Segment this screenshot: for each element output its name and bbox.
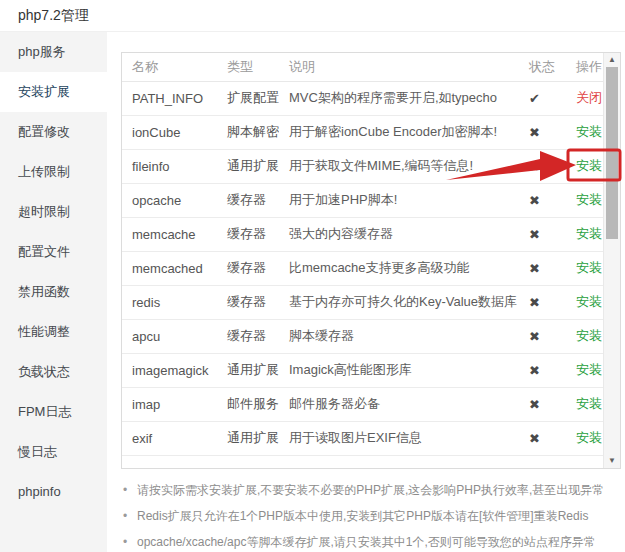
extension-action-cell: 安装 [566, 251, 603, 285]
install-extension-link[interactable]: 安装 [576, 430, 602, 445]
extension-desc-cell: 基于内存亦可持久化的Key-Value数据库 [279, 285, 519, 319]
extension-desc-cell: MVC架构的程序需要开启,如typecho [279, 81, 519, 115]
extension-desc-cell: 用于加速PHP脚本! [279, 183, 519, 217]
extension-action-cell: 安装 [566, 353, 603, 387]
extension-action-cell: 安装 [566, 115, 603, 149]
table-row: memcache缓存器强大的内容缓存器✖安装 [122, 217, 603, 251]
extension-desc-cell: 比memcache支持更多高级功能 [279, 251, 519, 285]
extension-desc-cell: Imagick高性能图形库 [279, 353, 519, 387]
cross-icon: ✖ [529, 227, 540, 242]
extension-name-cell: opcache [122, 183, 217, 217]
install-extension-link[interactable]: 安装 [576, 226, 602, 241]
note-item: •请按实际需求安装扩展,不要安装不必要的PHP扩展,这会影响PHP执行效率,甚至… [121, 477, 623, 503]
extension-action-cell: 安装 [566, 319, 603, 353]
notes-list: •请按实际需求安装扩展,不要安装不必要的PHP扩展,这会影响PHP执行效率,甚至… [121, 477, 623, 552]
extension-table-container: 名称 类型 说明 状态 操作 PATH_INFO扩展配置MVC架构的程序需要开启… [121, 52, 621, 469]
table-row: ionCube脚本解密用于解密ionCube Encoder加密脚本!✖安装 [122, 115, 603, 149]
table-row: memcached缓存器比memcache支持更多高级功能✖安装 [122, 251, 603, 285]
sidebar-item-install-extension[interactable]: 安装扩展 [0, 72, 107, 112]
scrollbar-thumb[interactable] [606, 67, 618, 239]
cross-icon: ✖ [529, 329, 540, 344]
extension-desc-cell: 强大的内容缓存器 [279, 217, 519, 251]
bullet-icon: • [123, 477, 127, 503]
extension-desc-cell: 用于获取文件MIME,编码等信息! [279, 149, 519, 183]
install-extension-link[interactable]: 安装 [576, 192, 602, 207]
header-name: 名称 [122, 53, 217, 81]
header-status: 状态 [519, 53, 566, 81]
table-row: imap邮件服务邮件服务器必备✖安装 [122, 387, 603, 421]
sidebar: php服务安装扩展配置修改上传限制超时限制配置文件禁用函数性能调整负载状态FPM… [0, 32, 107, 552]
cross-icon: ✖ [529, 397, 540, 412]
header-type: 类型 [217, 53, 279, 81]
install-extension-link[interactable]: 安装 [576, 294, 602, 309]
extension-name-cell: imap [122, 387, 217, 421]
table-row: fileinfo通用扩展用于获取文件MIME,编码等信息!✖安装 [122, 149, 603, 183]
install-extension-link[interactable]: 安装 [576, 396, 602, 411]
cross-icon: ✖ [529, 159, 540, 174]
table-header-row: 名称 类型 说明 状态 操作 [122, 53, 603, 81]
cross-icon: ✖ [529, 125, 540, 140]
php-manager-window: php7.2管理 php服务安装扩展配置修改上传限制超时限制配置文件禁用函数性能… [0, 0, 625, 552]
table-scrollbar[interactable]: ▲ ▼ [603, 53, 620, 468]
extension-type-cell: 通用扩展 [217, 353, 279, 387]
extension-desc-cell: 用于读取图片EXIF信息 [279, 421, 519, 455]
extension-name-cell: imagemagick [122, 353, 217, 387]
extension-desc-cell: 用于解密ionCube Encoder加密脚本! [279, 115, 519, 149]
extension-status-cell: ✖ [519, 421, 566, 455]
sidebar-item-config-file[interactable]: 配置文件 [0, 232, 107, 272]
sidebar-item-slow-log[interactable]: 慢日志 [0, 432, 107, 472]
extension-status-cell: ✖ [519, 115, 566, 149]
sidebar-item-fpm-log[interactable]: FPM日志 [0, 392, 107, 432]
extension-action-cell: 安装 [566, 285, 603, 319]
extension-desc-cell: 脚本缓存器 [279, 319, 519, 353]
extension-type-cell: 脚本解密 [217, 115, 279, 149]
sidebar-item-phpinfo[interactable]: phpinfo [0, 472, 107, 512]
extension-status-cell: ✖ [519, 387, 566, 421]
sidebar-item-load-status[interactable]: 负载状态 [0, 352, 107, 392]
cross-icon: ✖ [529, 431, 540, 446]
extension-action-cell: 安装 [566, 387, 603, 421]
sidebar-item-timeout-limit[interactable]: 超时限制 [0, 192, 107, 232]
extension-name-cell: redis [122, 285, 217, 319]
extension-action-cell: 安装 [566, 217, 603, 251]
extension-status-cell: ✔ [519, 81, 566, 115]
note-item: •opcache/xcache/apc等脚本缓存扩展,请只安装其中1个,否则可能… [121, 529, 623, 552]
install-extension-link[interactable]: 安装 [576, 328, 602, 343]
sidebar-item-upload-limit[interactable]: 上传限制 [0, 152, 107, 192]
note-item: •Redis扩展只允许在1个PHP版本中使用,安装到其它PHP版本请在[软件管理… [121, 503, 623, 529]
extension-name-cell: fileinfo [122, 149, 217, 183]
extension-action-cell: 安装 [566, 183, 603, 217]
extension-type-cell: 缓存器 [217, 285, 279, 319]
cross-icon: ✖ [529, 261, 540, 276]
install-extension-link[interactable]: 安装 [576, 260, 602, 275]
extension-type-cell: 扩展配置 [217, 81, 279, 115]
scroll-down-icon[interactable]: ▼ [604, 455, 620, 467]
cross-icon: ✖ [529, 193, 540, 208]
sidebar-item-disabled-functions[interactable]: 禁用函数 [0, 272, 107, 312]
sidebar-item-php-service[interactable]: php服务 [0, 32, 107, 72]
extension-type-cell: 邮件服务 [217, 387, 279, 421]
page-title: php7.2管理 [0, 0, 89, 31]
sidebar-item-config-modify[interactable]: 配置修改 [0, 112, 107, 152]
extension-action-cell: 安装 [566, 149, 603, 183]
table-row: apcu缓存器脚本缓存器✖安装 [122, 319, 603, 353]
install-extension-link[interactable]: 安装 [576, 158, 602, 173]
install-extension-link[interactable]: 安装 [576, 124, 602, 139]
sidebar-item-performance-tune[interactable]: 性能调整 [0, 312, 107, 352]
notes-section: •请按实际需求安装扩展,不要安装不必要的PHP扩展,这会影响PHP执行效率,甚至… [121, 477, 623, 552]
extension-status-cell: ✖ [519, 251, 566, 285]
scroll-up-icon[interactable]: ▲ [604, 54, 620, 66]
title-bar: php7.2管理 [0, 0, 625, 32]
close-extension-link[interactable]: 关闭 [576, 90, 602, 105]
table-row: redis缓存器基于内存亦可持久化的Key-Value数据库✖安装 [122, 285, 603, 319]
extension-status-cell: ✖ [519, 353, 566, 387]
bullet-icon: • [123, 529, 127, 552]
table-row: PATH_INFO扩展配置MVC架构的程序需要开启,如typecho✔关闭 [122, 81, 603, 115]
extension-desc-cell: 邮件服务器必备 [279, 387, 519, 421]
extension-type-cell: 通用扩展 [217, 421, 279, 455]
header-desc: 说明 [279, 53, 519, 81]
extension-table: 名称 类型 说明 状态 操作 PATH_INFO扩展配置MVC架构的程序需要开启… [122, 53, 603, 456]
check-icon: ✔ [529, 91, 540, 106]
extension-name-cell: ionCube [122, 115, 217, 149]
install-extension-link[interactable]: 安装 [576, 362, 602, 377]
